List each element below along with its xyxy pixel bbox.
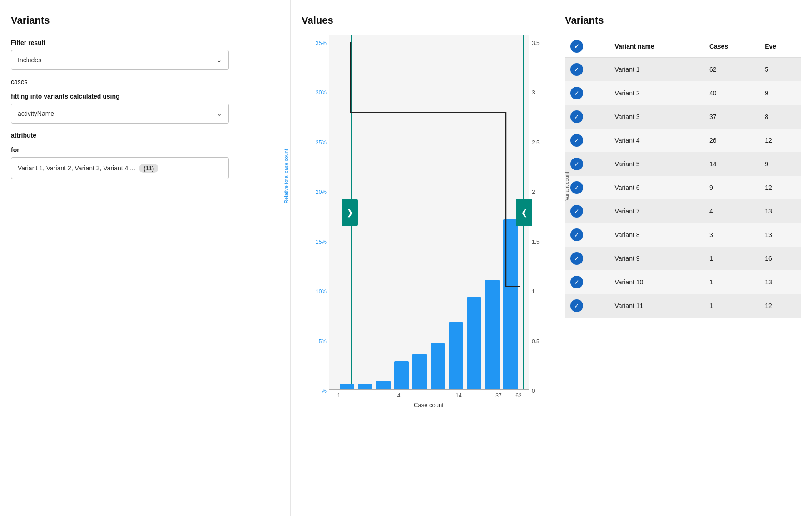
row-events: 13 xyxy=(759,270,801,294)
row-check-cell: ✓ xyxy=(565,58,609,82)
fitting-label: fitting into variants calculated using xyxy=(11,93,279,100)
middle-panel: Values 35% 30% 25% 20% 15% 10% 5% % Rela… xyxy=(291,0,554,516)
arrow-left-button[interactable]: ❯ xyxy=(342,199,358,226)
row-check-cell: ✓ xyxy=(565,247,609,270)
variants-table: ✓ Variant name Cases Eve ✓ Variant 1 62 … xyxy=(565,35,801,318)
row-cases: 4 xyxy=(704,199,759,223)
row-variant-name: Variant 7 xyxy=(609,199,703,223)
header-check-icon[interactable]: ✓ xyxy=(570,40,583,53)
y-axis-left-label: Relative total case count xyxy=(283,149,289,203)
y-axis-right-label: Variant count xyxy=(564,172,569,201)
row-check-icon[interactable]: ✓ xyxy=(570,252,583,265)
row-check-icon[interactable]: ✓ xyxy=(570,134,583,147)
filter-result-chevron-icon: ⌄ xyxy=(217,56,222,64)
table-row: ✓ Variant 9 1 16 xyxy=(565,247,801,270)
table-row: ✓ Variant 7 4 13 xyxy=(565,199,801,223)
bars-container xyxy=(338,35,520,389)
table-row: ✓ Variant 4 26 12 xyxy=(565,129,801,152)
y-left-tick-6: 10% xyxy=(316,288,327,295)
filter-result-value: Includes xyxy=(18,56,41,64)
chart-plot: ❯ ❮ xyxy=(329,35,529,390)
y-left-tick-4: 20% xyxy=(316,189,327,195)
for-variants-box: Variant 1, Variant 2, Variant 3, Variant… xyxy=(11,157,229,179)
row-cases: 1 xyxy=(704,247,759,270)
table-row: ✓ Variant 3 37 8 xyxy=(565,105,801,129)
for-variants-count: (11) xyxy=(139,164,158,173)
bar-2 xyxy=(358,384,372,389)
table-row: ✓ Variant 11 1 12 xyxy=(565,294,801,318)
attribute-label: attribute xyxy=(11,132,279,139)
x-tick-1: 1 xyxy=(332,392,346,399)
x-tick-9: 37 xyxy=(491,392,506,399)
left-panel: Variants Filter result Includes ⌄ cases … xyxy=(0,0,291,516)
x-axis: 1 4 14 37 62 xyxy=(329,392,529,399)
bar-5 xyxy=(412,354,427,389)
col-header-events: Eve xyxy=(759,35,801,58)
row-events: 12 xyxy=(759,129,801,152)
row-variant-name: Variant 9 xyxy=(609,247,703,270)
x-tick-4: 4 xyxy=(391,392,406,399)
row-variant-name: Variant 11 xyxy=(609,294,703,318)
row-check-icon[interactable]: ✓ xyxy=(570,63,583,76)
row-events: 5 xyxy=(759,58,801,82)
y-left-tick-5: 15% xyxy=(316,239,327,245)
row-check-cell: ✓ xyxy=(565,294,609,318)
row-check-cell: ✓ xyxy=(565,105,609,129)
filter-result-dropdown[interactable]: Includes ⌄ xyxy=(11,50,229,70)
table-row: ✓ Variant 5 14 9 xyxy=(565,152,801,176)
row-cases: 1 xyxy=(704,270,759,294)
col-header-cases: Cases xyxy=(704,35,759,58)
y-right-tick-8: 0 xyxy=(532,388,535,394)
row-events: 8 xyxy=(759,105,801,129)
y-right-tick-2: 3 xyxy=(532,89,535,96)
fitting-dropdown[interactable]: activityName ⌄ xyxy=(11,104,229,124)
row-check-icon[interactable]: ✓ xyxy=(570,181,583,194)
table-row: ✓ Variant 10 1 13 xyxy=(565,270,801,294)
row-events: 9 xyxy=(759,152,801,176)
row-cases: 40 xyxy=(704,81,759,105)
row-check-cell: ✓ xyxy=(565,270,609,294)
row-variant-name: Variant 3 xyxy=(609,105,703,129)
row-check-icon[interactable]: ✓ xyxy=(570,299,583,312)
row-check-icon[interactable]: ✓ xyxy=(570,158,583,170)
row-check-cell: ✓ xyxy=(565,199,609,223)
row-variant-name: Variant 4 xyxy=(609,129,703,152)
y-right-tick-3: 2.5 xyxy=(532,139,540,146)
y-left-tick-1: 35% xyxy=(316,40,327,46)
y-left-tick-3: 25% xyxy=(316,139,327,146)
table-row: ✓ Variant 1 62 5 xyxy=(565,58,801,82)
row-check-icon[interactable]: ✓ xyxy=(570,228,583,241)
table-row: ✓ Variant 2 40 9 xyxy=(565,81,801,105)
y-right-tick-5: 1.5 xyxy=(532,239,540,245)
x-tick-6 xyxy=(431,392,446,399)
arrow-right-button[interactable]: ❮ xyxy=(516,199,532,226)
row-check-cell: ✓ xyxy=(565,176,609,199)
y-left-tick-8: % xyxy=(322,388,327,394)
for-variants-text: Variant 1, Variant 2, Variant 3, Variant… xyxy=(18,164,135,172)
row-check-icon[interactable]: ✓ xyxy=(570,276,583,288)
x-tick-3 xyxy=(371,392,386,399)
bar-4 xyxy=(394,361,409,389)
row-events: 13 xyxy=(759,199,801,223)
bar-9 xyxy=(485,280,500,389)
x-tick-7: 14 xyxy=(451,392,466,399)
y-left-tick-7: 5% xyxy=(319,338,327,345)
row-events: 12 xyxy=(759,176,801,199)
chart-title: Values xyxy=(302,15,543,26)
cases-label: cases xyxy=(11,78,279,85)
row-events: 16 xyxy=(759,247,801,270)
y-axis-right: 3.5 3 2.5 2 1.5 1 0.5 0 xyxy=(532,40,552,394)
filter-result-group: Filter result Includes ⌄ xyxy=(11,39,279,70)
for-label: for xyxy=(11,146,279,154)
chart-area: 35% 30% 25% 20% 15% 10% 5% % Relative to… xyxy=(302,35,538,444)
row-cases: 9 xyxy=(704,176,759,199)
y-right-tick-6: 1 xyxy=(532,288,535,295)
fitting-group: fitting into variants calculated using a… xyxy=(11,93,279,124)
row-check-icon[interactable]: ✓ xyxy=(570,110,583,123)
y-right-tick-1: 3.5 xyxy=(532,40,540,46)
row-check-icon[interactable]: ✓ xyxy=(570,205,583,218)
row-cases: 37 xyxy=(704,105,759,129)
bar-10 xyxy=(503,219,518,389)
row-check-icon[interactable]: ✓ xyxy=(570,87,583,99)
row-check-cell: ✓ xyxy=(565,152,609,176)
